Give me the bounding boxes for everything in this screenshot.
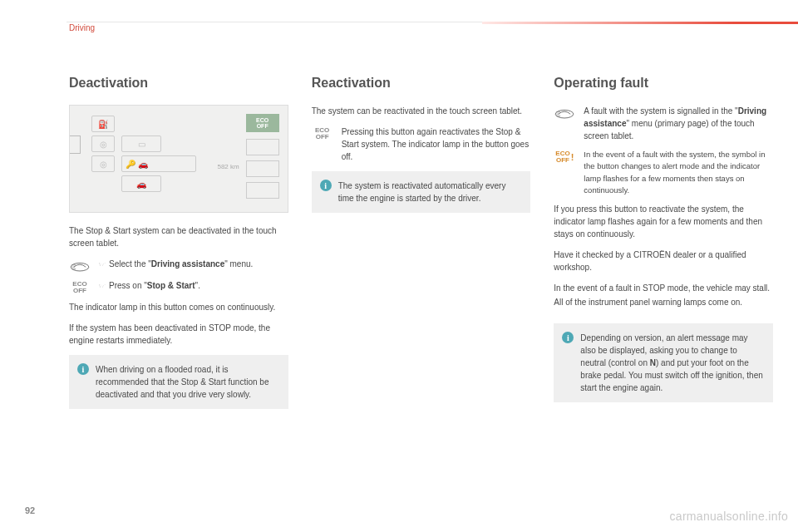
step-select-menu: ☞Select the "Driving assistance" menu. xyxy=(69,258,288,273)
scr-cell: 🚗 xyxy=(121,175,161,192)
alert-bang: ! xyxy=(571,153,574,162)
t: " menu. xyxy=(224,259,253,268)
car-icon xyxy=(69,258,91,273)
fault-row-eco: ECO OFF! In the event of a fault with th… xyxy=(554,149,773,196)
heading-deactivation: Deactivation xyxy=(69,73,288,93)
info-icon: i xyxy=(77,363,89,375)
note-text: Depending on version, an alert message m… xyxy=(580,332,763,394)
note-text: When driving on a flooded road, it is re… xyxy=(96,363,278,401)
step-text: ☞Press on "Stop & Start". xyxy=(99,279,200,293)
watermark: carmanualsonline.info xyxy=(670,508,789,525)
tablet-screenshot: ⛽ ◎ ▭ ◎ 🔑 🚗 🚗 ECO OFF 582 km xyxy=(69,105,288,213)
info-icon: i xyxy=(320,180,332,191)
bold: Stop & Start xyxy=(147,281,195,290)
deactivation-stop: If the system has been deactivated in ST… xyxy=(69,322,288,347)
eco-off-text: ECO OFF xyxy=(555,150,569,164)
page-number: 92 xyxy=(25,504,35,518)
eco-off-text: ECO OFF xyxy=(72,281,86,294)
scr-km-label: 582 km xyxy=(217,162,239,172)
scr-sidebar-cell xyxy=(246,160,279,177)
step-reactivate: ECO OFF Pressing this button again react… xyxy=(312,126,531,163)
note-flooded-road: i When driving on a flooded road, it is … xyxy=(69,355,288,409)
eco-off-text: ECO OFF xyxy=(315,127,329,140)
pointer-icon: ☞ xyxy=(99,260,109,268)
eco-off-icon: ECO OFF xyxy=(69,279,91,294)
deactivation-lamp: The indicator lamp in this button comes … xyxy=(69,301,288,313)
scr-cell: ⛽ xyxy=(91,116,115,132)
note-neutral: i Depending on version, an alert message… xyxy=(554,323,773,402)
eco-off-alert-icon: ECO OFF! xyxy=(554,149,575,164)
scr-cell: ◎ xyxy=(91,135,115,152)
fault-text: A fault with the system is signalled in … xyxy=(584,105,773,142)
reactivation-intro: The system can be reactivated in the tou… xyxy=(312,105,531,117)
eco-off-button-in-screenshot: ECO OFF xyxy=(246,114,279,132)
fault-press: If you press this button to reactivate t… xyxy=(554,203,773,240)
scr-cell: ▭ xyxy=(121,135,161,152)
pointer-icon: ☞ xyxy=(99,282,109,290)
fault-check: Have it checked by a CITROËN dealer or a… xyxy=(554,249,773,273)
scr-cell: ◎ xyxy=(91,155,115,172)
step-press-stop-start: ECO OFF ☞Press on "Stop & Start". xyxy=(69,279,288,294)
column-operating-fault: Operating fault A fault with the system … xyxy=(554,73,773,409)
info-icon: i xyxy=(562,332,574,343)
scr-sidebar-cell xyxy=(246,182,279,199)
t: ". xyxy=(195,281,200,290)
t: Press on " xyxy=(109,281,147,290)
note-auto-reactivate: i The system is reactivated automaticall… xyxy=(312,171,531,213)
bold: N xyxy=(650,358,656,367)
heading-operating-fault: Operating fault xyxy=(554,73,773,93)
deactivation-intro: The Stop & Start system can be deactivat… xyxy=(69,224,288,249)
eco-off-icon: ECO OFF xyxy=(312,126,333,140)
step-text: ☞Select the "Driving assistance" menu. xyxy=(99,258,253,271)
heading-reactivation: Reactivation xyxy=(312,73,531,93)
t: A fault with the system is signalled in … xyxy=(584,106,737,116)
column-reactivation: Reactivation The system can be reactivat… xyxy=(312,73,531,409)
scr-cell: 🔑 🚗 xyxy=(121,155,196,172)
scr-sidebar-cell xyxy=(246,139,279,155)
column-deactivation: Deactivation ⛽ ◎ ▭ ◎ 🔑 🚗 🚗 ECO OFF xyxy=(69,73,288,409)
top-divider xyxy=(66,22,482,22)
note-text: The system is reactivated automatically … xyxy=(338,180,521,204)
car-icon xyxy=(554,105,575,120)
fault-text: In the event of a fault with the system,… xyxy=(584,149,773,196)
bold: Driving assistance xyxy=(151,259,224,268)
fault-stall: In the event of a fault in STOP mode, th… xyxy=(554,282,773,294)
accent-bar xyxy=(482,22,798,24)
fault-row-car: A fault with the system is signalled in … xyxy=(554,105,773,142)
t: Select the " xyxy=(109,259,151,268)
scr-side-tab xyxy=(70,135,81,154)
step-text: Pressing this button again reactivates t… xyxy=(342,126,531,163)
section-label: Driving xyxy=(69,22,95,34)
fault-lamps: All of the instrument panel warning lamp… xyxy=(554,296,773,308)
